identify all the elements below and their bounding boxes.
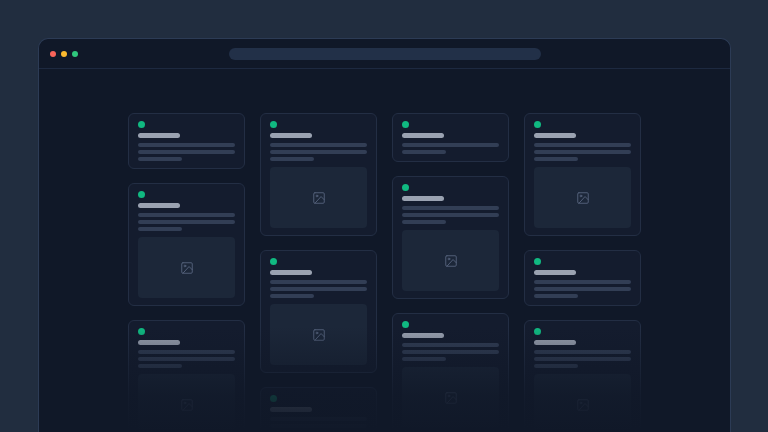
status-dot <box>270 121 277 128</box>
status-dot <box>534 328 541 335</box>
browser-titlebar <box>39 39 730 69</box>
feed-card[interactable] <box>260 387 377 432</box>
feed-card[interactable] <box>128 113 245 169</box>
image-placeholder <box>138 374 235 432</box>
close-window-button[interactable] <box>50 51 56 57</box>
status-dot <box>402 184 409 191</box>
skeleton-title <box>270 133 312 138</box>
feed-card-with-image[interactable] <box>260 250 377 373</box>
masonry-column-3 <box>392 113 509 432</box>
browser-window <box>38 38 731 432</box>
feed-card-with-image[interactable] <box>524 113 641 236</box>
skeleton-title <box>138 203 180 208</box>
skeleton-line-long <box>270 280 367 284</box>
skeleton-title <box>138 133 180 138</box>
skeleton-line-short <box>534 294 578 298</box>
status-dot <box>138 328 145 335</box>
feed-card-with-image[interactable] <box>128 320 245 432</box>
image-placeholder <box>270 167 367 228</box>
status-dot <box>402 321 409 328</box>
image-placeholder <box>534 374 631 432</box>
skeleton-title <box>270 270 312 275</box>
masonry-column-2 <box>260 113 377 432</box>
skeleton-line-long <box>270 417 367 421</box>
masonry-column-4 <box>524 113 641 432</box>
skeleton-line-long <box>270 287 367 291</box>
maximize-window-button[interactable] <box>72 51 78 57</box>
skeleton-title <box>402 333 444 338</box>
image-placeholder <box>270 304 367 365</box>
desktop-background <box>0 0 768 432</box>
skeleton-line-long <box>534 350 631 354</box>
image-icon <box>444 254 458 268</box>
skeleton-line-long <box>402 350 499 354</box>
skeleton-line-long <box>402 213 499 217</box>
image-icon <box>312 191 326 205</box>
skeleton-line-short <box>138 364 182 368</box>
skeleton-title <box>534 133 576 138</box>
feed-card-with-image[interactable] <box>128 183 245 306</box>
masonry-column-1 <box>128 113 245 432</box>
feed-card-with-image[interactable] <box>392 176 509 299</box>
skeleton-line-long <box>138 143 235 147</box>
feed-card-with-image[interactable] <box>524 320 641 432</box>
status-dot <box>138 191 145 198</box>
image-placeholder <box>402 367 499 428</box>
feed-card-with-image[interactable] <box>260 113 377 236</box>
skeleton-line-long <box>402 343 499 347</box>
image-icon <box>180 261 194 275</box>
image-icon <box>180 398 194 412</box>
skeleton-line-short <box>534 157 578 161</box>
minimize-window-button[interactable] <box>61 51 67 57</box>
feed-card[interactable] <box>392 113 509 162</box>
url-bar-input[interactable] <box>229 48 541 60</box>
image-icon <box>444 391 458 405</box>
skeleton-title <box>270 407 312 412</box>
status-dot <box>402 121 409 128</box>
skeleton-line-long <box>534 150 631 154</box>
image-placeholder <box>402 230 499 291</box>
skeleton-line-short <box>402 220 446 224</box>
skeleton-line-short <box>270 294 314 298</box>
skeleton-line-short <box>138 227 182 231</box>
image-icon <box>576 398 590 412</box>
status-dot <box>270 395 277 402</box>
skeleton-title <box>138 340 180 345</box>
status-dot <box>138 121 145 128</box>
skeleton-line-long <box>138 357 235 361</box>
skeleton-title <box>402 196 444 201</box>
skeleton-title <box>534 270 576 275</box>
skeleton-line-short <box>534 364 578 368</box>
skeleton-line-long <box>138 350 235 354</box>
image-icon <box>576 191 590 205</box>
status-dot <box>534 121 541 128</box>
skeleton-line-short <box>270 157 314 161</box>
image-placeholder <box>534 167 631 228</box>
skeleton-line-long <box>534 357 631 361</box>
skeleton-line-long <box>138 150 235 154</box>
window-controls <box>50 51 78 57</box>
skeleton-line-long <box>270 424 367 428</box>
status-dot <box>270 258 277 265</box>
skeleton-line-short <box>402 357 446 361</box>
image-icon <box>312 328 326 342</box>
image-placeholder <box>138 237 235 298</box>
feed-card-with-image[interactable] <box>392 313 509 432</box>
skeleton-line-long <box>534 280 631 284</box>
skeleton-line-long <box>138 213 235 217</box>
skeleton-line-short <box>138 157 182 161</box>
skeleton-line-long <box>402 206 499 210</box>
status-dot <box>534 258 541 265</box>
skeleton-line-long <box>534 143 631 147</box>
skeleton-line-short <box>402 150 446 154</box>
skeleton-line-long <box>270 150 367 154</box>
feed-grid <box>39 69 730 432</box>
skeleton-line-long <box>270 143 367 147</box>
skeleton-line-long <box>402 143 499 147</box>
skeleton-title <box>402 133 444 138</box>
skeleton-title <box>534 340 576 345</box>
skeleton-line-long <box>534 287 631 291</box>
feed-card[interactable] <box>524 250 641 306</box>
skeleton-line-long <box>138 220 235 224</box>
